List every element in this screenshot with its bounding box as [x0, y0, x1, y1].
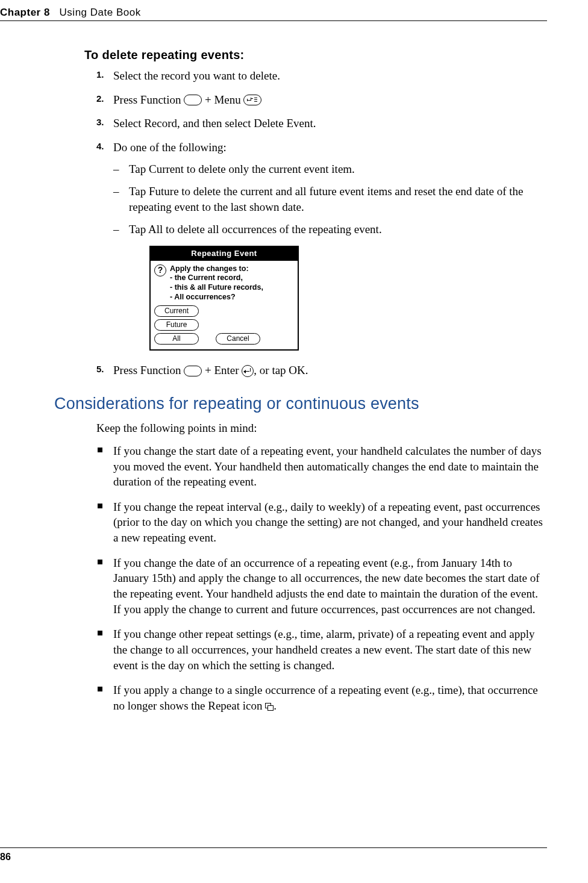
function-key-icon	[184, 366, 202, 376]
step-number: 1.	[96, 69, 104, 81]
step-text: Do one of the following:	[113, 141, 227, 154]
page-number: 86	[0, 850, 11, 864]
section-intro: Keep the following points in mind:	[96, 420, 547, 436]
question-icon: ?	[154, 264, 166, 276]
step-text: Select Record, and then select Delete Ev…	[113, 117, 316, 129]
current-button[interactable]: Current	[154, 305, 199, 317]
repeating-event-dialog: Repeating Event ? Apply the changes to: …	[149, 246, 299, 351]
step-2: 2. Press Function + Menu	[96, 92, 547, 108]
dialog-message: Apply the changes to: - the Current reco…	[170, 264, 263, 302]
substep-all: –Tap All to delete all occurrences of th…	[113, 222, 547, 237]
repeat-icon	[265, 703, 274, 710]
list-item: If you change the repeat interval (e.g.,…	[96, 499, 547, 546]
step-list: 1. Select the record you want to delete.…	[96, 68, 547, 378]
step-4: 4. Do one of the following: –Tap Current…	[96, 140, 547, 351]
step-number: 3.	[96, 116, 104, 128]
future-button[interactable]: Future	[154, 319, 199, 331]
substep-current: –Tap Current to delete only the current …	[113, 161, 547, 177]
step-number: 2.	[96, 93, 104, 105]
all-button[interactable]: All	[154, 333, 199, 345]
step-1: 1. Select the record you want to delete.	[96, 68, 547, 84]
step-text: Select the record you want to delete.	[113, 69, 280, 82]
step-3: 3. Select Record, and then select Delete…	[96, 116, 547, 131]
cancel-button[interactable]: Cancel	[216, 333, 260, 345]
procedure-title: To delete repeating events:	[84, 47, 547, 63]
enter-key-icon	[242, 365, 254, 377]
step-text-mid: + Enter	[205, 364, 242, 376]
step-number: 4.	[96, 140, 104, 152]
chapter-label: Chapter 8	[0, 7, 50, 18]
step-number: 5.	[96, 363, 104, 375]
list-item: If you apply a change to a single occurr…	[96, 682, 547, 713]
dialog-title: Repeating Event	[151, 247, 298, 261]
substep-future: –Tap Future to delete the current and al…	[113, 184, 547, 214]
step-text-pre: Press Function	[113, 93, 184, 106]
step-text-post: , or tap OK.	[254, 364, 308, 376]
list-item: If you change other repeat settings (e.g…	[96, 626, 547, 673]
function-key-icon	[184, 95, 202, 105]
considerations-list: If you change the start date of a repeat…	[96, 443, 547, 714]
section-heading: Considerations for repeating or continuo…	[54, 393, 547, 414]
step-5: 5. Press Function + Enter , or tap OK.	[96, 363, 547, 378]
footer-rule	[0, 847, 547, 848]
list-item: If you change the date of an occurrence …	[96, 555, 547, 617]
step-text-mid: + Menu	[205, 93, 244, 106]
step-text-pre: Press Function	[113, 364, 184, 376]
list-item: If you change the start date of a repeat…	[96, 443, 547, 490]
menu-key-icon	[243, 95, 261, 105]
